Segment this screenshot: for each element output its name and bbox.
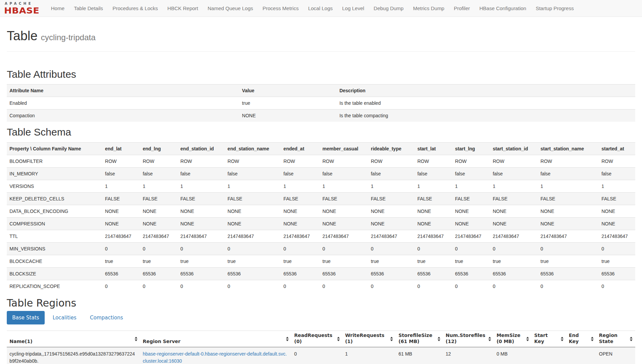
nav-item-table-details[interactable]: Table Details — [69, 0, 108, 17]
schema-property-value: 2147483647 — [599, 230, 635, 242]
schema-property-value: 1 — [140, 180, 178, 192]
schema-property-value: 0 — [490, 280, 538, 292]
schema-property-name: BLOCKSIZE — [7, 267, 102, 280]
sort-icon — [488, 337, 491, 341]
schema-property-value: FALSE — [281, 192, 320, 205]
schema-property-value: ROW — [281, 155, 320, 167]
schema-property-value: 0 — [538, 280, 599, 292]
schema-property-value: 0 — [178, 280, 225, 292]
nav-item-procedures-locks[interactable]: Procedures & Locks — [108, 0, 162, 17]
schema-property-name: VERSIONS — [7, 180, 102, 192]
nav-item-profiler[interactable]: Profiler — [449, 0, 475, 17]
regions-col-label: Name(1) — [9, 339, 32, 344]
nav-item-home[interactable]: Home — [46, 0, 69, 17]
schema-property-value: ROW — [140, 155, 178, 167]
schema-header-row: Property \ Column Family Nameend_latend_… — [7, 142, 635, 155]
table-name: cycling-tripdata — [41, 33, 95, 42]
schema-row-keep-deleted-cells: KEEP_DELETED_CELLSFALSEFALSEFALSEFALSEFA… — [7, 192, 635, 205]
nav-item-debug-dump[interactable]: Debug Dump — [369, 0, 408, 17]
schema-property-value: ROW — [599, 155, 635, 167]
region-server-link[interactable]: hbase-regionserver-default-0.hbase-regio… — [143, 351, 287, 364]
schema-property-value: 0 — [225, 242, 281, 255]
schema-property-value: 1 — [452, 180, 490, 192]
region-read-requests: 0 — [291, 347, 342, 364]
schema-col-member-casual: member_casual — [320, 142, 368, 155]
schema-col-start-lng: start_lng — [452, 142, 490, 155]
schema-property-value: 0 — [140, 242, 178, 255]
nav-item: Startup Progress — [531, 0, 579, 17]
nav-item-hbck-report[interactable]: HBCK Report — [163, 0, 203, 17]
schema-property-value: NONE — [415, 217, 452, 230]
sort-icon — [438, 337, 440, 341]
schema-property-value: 2147483647 — [140, 230, 178, 242]
schema-property-value: true — [599, 255, 635, 267]
schema-property-value: ROW — [225, 155, 281, 167]
regions-col-label: Num.Storefiles (12) — [446, 333, 485, 344]
schema-property-value: 1 — [320, 180, 368, 192]
schema-property-value: NONE — [599, 205, 635, 217]
tab-base-stats[interactable]: Base Stats — [7, 311, 45, 324]
attribute-description: Is the table enabled — [337, 97, 635, 110]
region-write-requests: 1 — [342, 347, 396, 364]
nav-item-hbase-configuration[interactable]: HBase Configuration — [474, 0, 531, 17]
hbase-logo[interactable]: APACHE HBASE — [4, 2, 39, 15]
schema-row-versions: VERSIONS111111111111 — [7, 180, 635, 192]
schema-property-value: NONE — [490, 217, 538, 230]
nav-item-metrics-dump[interactable]: Metrics Dump — [408, 0, 449, 17]
nav-item-startup-progress[interactable]: Startup Progress — [531, 0, 579, 17]
regions-col-start-key[interactable]: Start Key — [532, 331, 566, 347]
schema-property-value: ROW — [368, 155, 415, 167]
schema-property-value: false — [320, 167, 368, 180]
schema-property-value: true — [538, 255, 599, 267]
schema-property-value: true — [415, 255, 452, 267]
schema-property-value: true — [368, 255, 415, 267]
nav-item-named-queue-logs[interactable]: Named Queue Logs — [203, 0, 258, 17]
regions-col-num-storefiles-12[interactable]: Num.Storefiles (12) — [443, 331, 494, 347]
region-row: cycling-tripdata,,1719475156245.e95d0a13… — [7, 347, 635, 364]
regions-col-memsize-0-mb[interactable]: MemSize (0 MB) — [494, 331, 531, 347]
schema-property-value: NONE — [178, 217, 225, 230]
schema-property-value: 2147483647 — [281, 230, 320, 242]
nav-item-process-metrics[interactable]: Process Metrics — [258, 0, 304, 17]
schema-property-value: 1 — [102, 180, 140, 192]
schema-row-in-memory: IN_MEMORYfalsefalsefalsefalsefalsefalsef… — [7, 167, 635, 180]
page-title: Tablecycling-tripdata — [7, 29, 635, 43]
nav-item-local-logs[interactable]: Local Logs — [303, 0, 337, 17]
schema-property-value: 65536 — [490, 267, 538, 280]
schema-table: Property \ Column Family Nameend_latend_… — [7, 142, 635, 292]
regions-col-storefilesize-61-mb[interactable]: StorefileSize (61 MB) — [396, 331, 443, 347]
sort-icon — [630, 337, 633, 341]
schema-property-value: NONE — [538, 217, 599, 230]
table-regions-section: Table Regions Base StatsLocalitiesCompac… — [7, 297, 635, 364]
schema-property-value: true — [320, 255, 368, 267]
schema-property-name: COMPRESSION — [7, 217, 102, 230]
schema-col-ended-at: ended_at — [281, 142, 320, 155]
attributes-col-value: Value — [239, 84, 337, 97]
region-region-state: OPEN — [596, 347, 635, 364]
schema-property-value: true — [178, 255, 225, 267]
regions-col-region-state[interactable]: Region State — [596, 331, 635, 347]
regions-col-label: Region State — [599, 333, 618, 344]
schema-property-value: 1 — [281, 180, 320, 192]
schema-property-value: 0 — [452, 242, 490, 255]
schema-property-name: BLOOMFILTER — [7, 155, 102, 167]
regions-col-readrequests-0[interactable]: ReadRequests (0) — [291, 331, 342, 347]
regions-col-writerequests-1[interactable]: WriteRequests (1) — [342, 331, 396, 347]
schema-property-value: true — [225, 255, 281, 267]
regions-col-end-key[interactable]: End Key — [566, 331, 596, 347]
regions-col-region-server[interactable]: Region Server — [140, 331, 292, 347]
nav-item-log-level[interactable]: Log Level — [337, 0, 369, 17]
regions-table: Name(1)Region ServerReadRequests (0)Writ… — [7, 331, 635, 364]
tab-localities[interactable]: Localities — [47, 311, 82, 324]
schema-row-ttl: TTL2147483647214748364721474836472147483… — [7, 230, 635, 242]
regions-col-name-1[interactable]: Name(1) — [7, 331, 140, 347]
schema-property-value: 1 — [225, 180, 281, 192]
region-server-cell: hbase-regionserver-default-0.hbase-regio… — [140, 347, 292, 364]
schema-property-value: 0 — [599, 242, 635, 255]
schema-property-value: FALSE — [538, 192, 599, 205]
schema-property-value: FALSE — [225, 192, 281, 205]
tab-compactions[interactable]: Compactions — [85, 311, 129, 324]
regions-header-row: Name(1)Region ServerReadRequests (0)Writ… — [7, 331, 635, 347]
schema-property-value: 2147483647 — [102, 230, 140, 242]
schema-property-value: 0 — [599, 280, 635, 292]
